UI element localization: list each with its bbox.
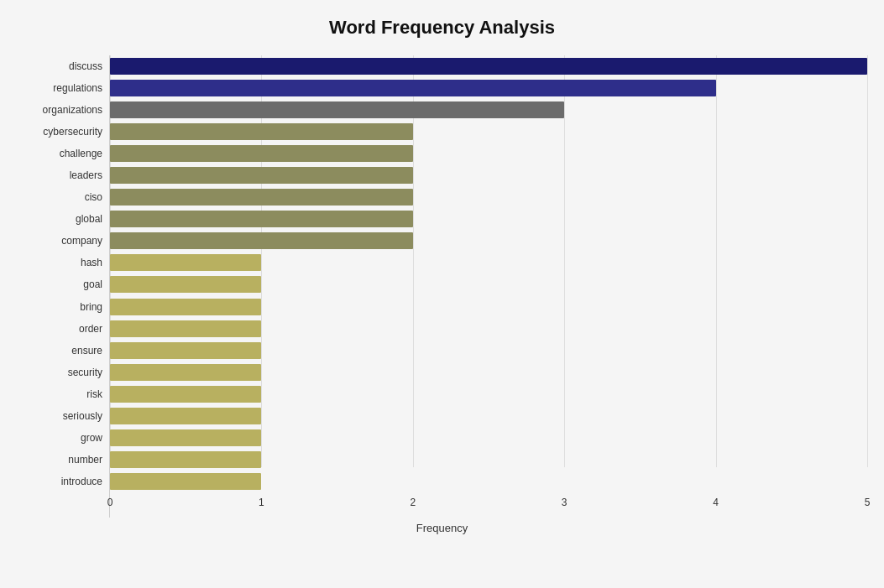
bar [110,167,413,184]
bar [110,276,261,293]
bar [110,123,413,140]
bar-row [110,186,867,208]
y-label: seriously [63,405,109,427]
y-label: goal [83,273,109,295]
bar [110,145,413,162]
y-label: bring [80,296,109,318]
bar [110,386,261,403]
bar [110,299,261,315]
bar [110,320,261,337]
grid-line [867,55,868,467]
bar [110,80,716,96]
bar-row [110,230,867,252]
bar-row [110,55,867,77]
y-labels: discussregulationsorganizationscybersecu… [17,55,109,518]
bar-row [110,296,867,318]
x-axis-title: Frequency [17,522,867,534]
bar [110,211,413,227]
y-label: number [68,449,109,471]
chart-area: discussregulationsorganizationscybersecu… [17,55,867,518]
bar [110,429,261,446]
y-label: organizations [43,99,109,121]
bar [110,364,261,381]
y-label: security [68,362,109,383]
bar-row [110,449,867,471]
bar [110,189,413,206]
y-label: hash [81,252,109,273]
bar [110,408,261,424]
y-label: introduce [61,471,109,492]
chart-container: Word Frequency Analysis discussregulatio… [0,0,884,588]
bar-row [110,471,867,492]
bar [110,473,261,490]
bar-row [110,252,867,273]
bar-row [110,318,867,340]
bar-row [110,427,867,449]
bar [110,254,261,271]
bar-row [110,77,867,99]
bars-list [110,55,867,518]
y-label: company [61,230,109,252]
bar [110,101,564,118]
bars-area: 012345 [109,55,867,518]
y-label: challenge [60,143,109,164]
y-label: order [79,318,109,340]
y-label: leaders [70,164,109,186]
y-label: regulations [53,77,109,99]
bar [110,58,867,75]
bar [110,451,261,468]
y-label: risk [86,383,109,405]
bar-row [110,383,867,405]
bar-row [110,143,867,164]
y-label: grow [81,427,109,449]
y-label: ciso [85,186,109,208]
bar [110,342,261,359]
bar-row [110,362,867,383]
y-label: ensure [71,340,109,362]
bar-row [110,273,867,295]
bar-row [110,208,867,230]
y-label: discuss [69,55,109,77]
bar [110,232,413,249]
bar-row [110,121,867,143]
bar-row [110,405,867,427]
chart-title: Word Frequency Analysis [17,8,867,55]
bar-row [110,99,867,121]
bar-row [110,164,867,186]
y-label: cybersecurity [43,121,109,143]
y-label: global [76,208,109,230]
bar-row [110,340,867,362]
